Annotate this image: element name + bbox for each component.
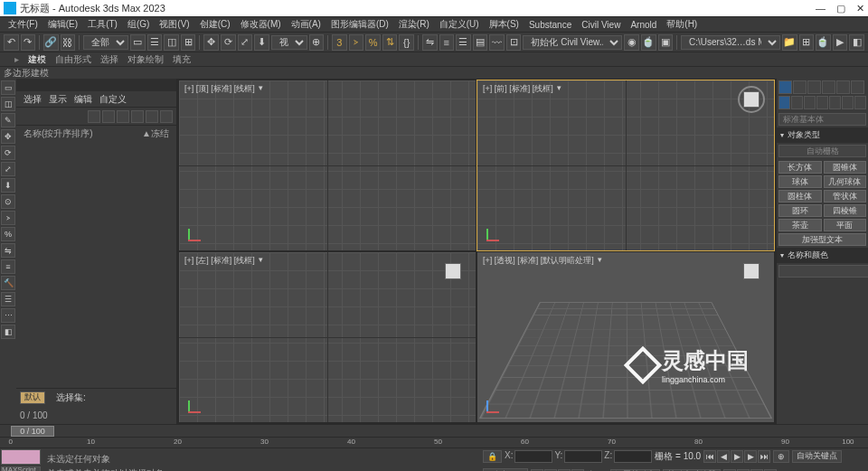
vp-top-menu[interactable]: ▾ — [259, 83, 263, 95]
scale-button[interactable]: ⤢ — [238, 34, 253, 51]
viewport-perspective[interactable]: [+] [透视] [标准] [默认明暗处理]▾ — [477, 252, 774, 422]
scene-list[interactable] — [16, 142, 176, 388]
menu-render[interactable]: 渲染(R) — [394, 18, 434, 31]
select-name-button[interactable]: ☰ — [147, 34, 163, 51]
prim-plane[interactable]: 平面 — [824, 219, 867, 231]
play-button[interactable]: ▶ — [731, 450, 743, 463]
scene-col-name[interactable]: 名称(按升序排序) — [24, 127, 93, 140]
menu-create[interactable]: 创建(C) — [195, 18, 235, 31]
percent-snap-button[interactable]: % — [365, 34, 381, 51]
minimize-button[interactable]: — — [816, 3, 826, 14]
rollout-name-color[interactable]: 名称和颜色 — [777, 248, 868, 263]
menu-file[interactable]: 文件(F) — [4, 18, 42, 31]
ribbon-tab-selection[interactable]: 选择 — [100, 53, 118, 66]
snap-toggle-button[interactable]: 3 — [332, 34, 347, 51]
vp-top-label[interactable]: [+] [顶] [标准] [线框] — [184, 83, 255, 95]
lt-move-icon[interactable]: ✥ — [1, 129, 15, 144]
goto-start-button[interactable]: ⏮ — [703, 450, 716, 463]
scene-filter-icon[interactable] — [117, 110, 129, 123]
autogrid-checkbox[interactable]: 自动栅格 — [778, 145, 866, 157]
render-prod-button[interactable]: ▶ — [833, 34, 848, 51]
cmd-tab-motion-icon[interactable] — [822, 80, 835, 94]
ribbon-tab-freeform[interactable]: 自由形式 — [55, 53, 91, 66]
menu-substance[interactable]: Substance — [524, 20, 576, 30]
menu-tools[interactable]: 工具(T) — [83, 18, 122, 31]
scene-tab-select[interactable]: 选择 — [24, 93, 42, 106]
menu-customize[interactable]: 自定义(U) — [435, 18, 484, 31]
maximize-button[interactable]: ▢ — [836, 3, 845, 14]
prev-frame-button[interactable]: ◀ — [717, 450, 730, 463]
cmd-category-dropdown[interactable]: 标准基本体 — [778, 113, 866, 126]
cmd-sub-lights-icon[interactable] — [804, 96, 816, 109]
lt-snap-icon[interactable]: ⊙ — [1, 194, 15, 209]
track-color-1[interactable] — [1, 449, 41, 465]
menu-group[interactable]: 组(G) — [123, 18, 154, 31]
prim-cylinder[interactable]: 圆柱体 — [778, 190, 822, 203]
viewcube-front[interactable] — [738, 86, 765, 113]
close-button[interactable]: ✕ — [856, 3, 864, 14]
cmd-tab-hierarchy-icon[interactable] — [807, 80, 821, 94]
lt-percent-icon[interactable]: % — [1, 227, 15, 241]
rollout-object-type[interactable]: 对象类型 — [777, 127, 868, 143]
lt-select-icon[interactable]: ▭ — [1, 80, 15, 95]
ribbon-tab-modeling[interactable]: 建模 — [28, 53, 46, 66]
viewport-left[interactable]: [+] [左] [标准] [线框]▾ — [179, 252, 476, 422]
menu-civilview[interactable]: Civil View — [577, 20, 625, 30]
scene-col-frozen[interactable]: ▲冻结 — [142, 127, 169, 140]
vp-left-menu[interactable]: ▾ — [259, 255, 263, 267]
selection-filter[interactable]: 全部 — [83, 35, 128, 50]
scene-default-button[interactable]: 默认 — [20, 391, 45, 404]
spinner-snap-button[interactable]: ⇅ — [382, 34, 398, 51]
lt-paint-icon[interactable]: ✎ — [1, 113, 15, 127]
cmd-sub-geometry-icon[interactable] — [778, 96, 790, 109]
angle-snap-button[interactable]: ⦠ — [349, 34, 364, 51]
lt-align-icon[interactable]: ≡ — [1, 259, 15, 274]
scene-eye-icon[interactable] — [131, 110, 144, 123]
cmd-sub-systems-icon[interactable] — [854, 96, 866, 109]
scene-lock-icon[interactable] — [146, 110, 158, 123]
curve-editor-button[interactable]: 〰 — [489, 34, 505, 51]
rotate-button[interactable]: ⟳ — [221, 34, 236, 51]
viewport-front[interactable]: [+] [前] [标准] [线框]▾ — [477, 80, 774, 250]
project-path[interactable]: C:\Users\32…ds Max 2023 — [681, 35, 780, 50]
key-button[interactable]: ⊕ — [773, 450, 789, 463]
menu-arnold[interactable]: Arnold — [626, 20, 661, 30]
ref-coord-dropdown[interactable]: 视图… — [271, 35, 307, 50]
prim-box[interactable]: 长方体 — [778, 161, 822, 174]
time-ruler[interactable]: 0 10 20 30 40 50 60 70 80 90 100 — [0, 437, 868, 447]
cmd-tab-create-icon[interactable] — [778, 80, 792, 94]
move-button[interactable]: ✥ — [203, 34, 219, 51]
schematic-button[interactable]: ⊡ — [506, 34, 522, 51]
autokey-button[interactable]: 自动关键点 — [792, 450, 842, 463]
window-crossing-button[interactable]: ⊞ — [181, 34, 196, 51]
scene-tab-display[interactable]: 显示 — [49, 93, 67, 106]
lt-more2-icon[interactable]: ◧ — [1, 325, 15, 339]
unlink-button[interactable]: ⛓ — [61, 34, 76, 51]
pivot-button[interactable]: ⊕ — [309, 34, 325, 51]
menu-graph[interactable]: 图形编辑器(D) — [326, 18, 393, 31]
vp-persp-label[interactable]: [+] [透视] [标准] [默认明暗处理] — [483, 255, 594, 267]
menu-help[interactable]: 帮助(H) — [662, 18, 702, 31]
lt-hammer-icon[interactable]: 🔨 — [1, 276, 15, 290]
prim-teapot[interactable]: 茶壶 — [778, 219, 822, 231]
vp-front-label[interactable]: [+] [前] [标准] [线框] — [483, 83, 553, 95]
menu-views[interactable]: 视图(V) — [155, 18, 193, 31]
scene-view-icon[interactable] — [102, 110, 115, 123]
lt-place-icon[interactable]: ⬇ — [1, 178, 15, 193]
render-button[interactable]: 🍵 — [816, 34, 831, 51]
layers-button[interactable]: ☰ — [456, 34, 471, 51]
lt-layer-icon[interactable]: ☰ — [1, 292, 15, 306]
link-button[interactable]: 🔗 — [43, 34, 59, 51]
cmd-sub-shapes-icon[interactable] — [791, 96, 803, 109]
next-frame-button[interactable]: ▶ — [744, 450, 757, 463]
render-setup-button[interactable]: 🍵 — [641, 34, 656, 51]
lt-region-icon[interactable]: ◫ — [1, 97, 15, 111]
vp-persp-menu[interactable]: ▾ — [598, 255, 602, 267]
time-slider-handle[interactable]: 0 / 100 — [11, 426, 54, 437]
lt-scale-icon[interactable]: ⤢ — [1, 162, 15, 176]
ribbon-tab-populate[interactable]: 填充 — [173, 53, 191, 66]
asset-button[interactable]: ⊞ — [799, 34, 815, 51]
prim-geosphere[interactable]: 几何球体 — [824, 175, 867, 188]
prim-textplus[interactable]: 加强型文本 — [778, 233, 866, 246]
open-project-button[interactable]: 📁 — [782, 34, 797, 51]
